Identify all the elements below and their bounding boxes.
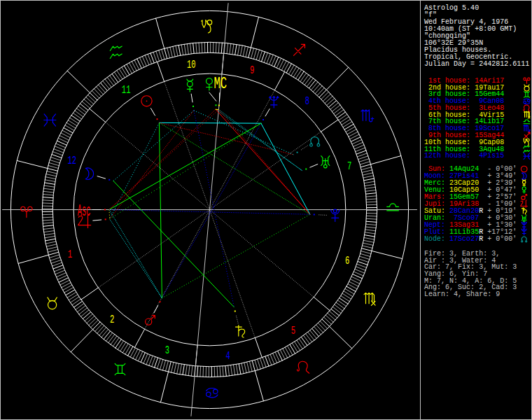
svg-text:12: 12 (67, 155, 76, 167)
svg-text:4: 4 (226, 350, 230, 363)
svg-text:2: 2 (110, 314, 114, 326)
svg-text:9: 9 (250, 64, 254, 77)
svg-text:Julian Day = 2442812.6111: Julian Day = 2442812.6111 (424, 60, 529, 68)
svg-text:3: 3 (165, 344, 169, 357)
svg-text:Asc: Asc (78, 202, 91, 220)
svg-text:12th house: 4Pis15: 12th house: 4Pis15 (424, 152, 504, 160)
svg-text:1: 1 (68, 248, 72, 261)
svg-text:7: 7 (347, 160, 351, 173)
svg-text:MC: MC (214, 76, 227, 94)
svg-text:Learn: 4, Share: 9: Learn: 4, Share: 9 (424, 290, 500, 298)
svg-text:8: 8 (305, 95, 309, 108)
svg-text:5: 5 (291, 325, 295, 337)
svg-text:Node: 17Sco27R + 0°00': Node: 17Sco27R + 0°00' (424, 235, 517, 243)
svg-text:6: 6 (345, 255, 349, 267)
svg-text:10: 10 (187, 59, 196, 71)
svg-text:11: 11 (122, 84, 131, 97)
